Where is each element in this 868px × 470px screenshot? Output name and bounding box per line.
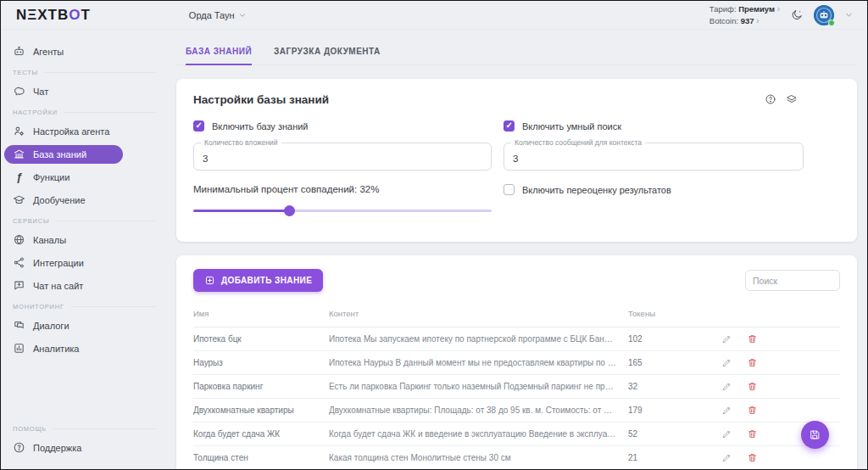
delete-icon[interactable] (747, 428, 758, 439)
table-row: Наурыз Ипотека Наурыз В данный момент мы… (193, 351, 840, 375)
sidebar-item-label: Интеграции (33, 258, 84, 268)
workspace-selector[interactable]: Орда Таун (189, 10, 247, 20)
botcoin-link[interactable]: Botcoin: 937 › (709, 15, 780, 27)
attachments-field: Количество вложений (193, 143, 492, 171)
row-tokens: 102 (628, 334, 721, 344)
main-content: БАЗА ЗНАНИЙ ЗАГРУЗКА ДОКУМЕНТА Настройки… (166, 30, 867, 469)
edit-icon[interactable] (721, 405, 732, 416)
sidebar-item-label: Поддержка (33, 443, 81, 453)
sidebar-item-analytics[interactable]: Аналитика (4, 339, 123, 358)
context-messages-input[interactable] (504, 143, 803, 170)
sidebar-item-chat[interactable]: Чат (4, 82, 123, 101)
tab-document-upload[interactable]: ЗАГРУЗКА ДОКУМЕНТА (274, 47, 381, 64)
chevron-right-icon: › (756, 16, 759, 25)
help-icon[interactable] (765, 93, 776, 105)
smart-search-checkbox[interactable] (504, 120, 515, 131)
table-row: Толщина стен Какая толщина стен Монолитн… (193, 446, 840, 470)
plus-square-icon (204, 275, 215, 286)
share-icon (13, 256, 25, 269)
slider-thumb[interactable] (284, 205, 295, 216)
person-gear-icon (13, 125, 25, 137)
col-header-content: Контент (329, 309, 628, 318)
question-circle-icon (13, 441, 25, 454)
edit-icon[interactable] (721, 333, 732, 344)
col-header-name: Имя (193, 309, 329, 318)
table-row: Когда будет сдача ЖК Когда будет сдача Ж… (193, 422, 840, 446)
row-content: Ипотека Наурыз В данный момент мы не пре… (329, 358, 628, 367)
enable-kb-row: Включить базу знаний (193, 120, 492, 131)
page-title: Настройки базы знаний (193, 93, 840, 106)
row-name: Парковка паркинг (193, 382, 329, 391)
bank-icon (13, 148, 25, 160)
chevron-down-icon (238, 11, 247, 20)
sidebar-item-label: Чат на сайт (33, 281, 83, 291)
chat-plus-icon (13, 279, 25, 292)
graduation-cap-icon (13, 193, 25, 206)
sidebar-item-label: Агенты (33, 47, 64, 57)
user-avatar[interactable] (814, 5, 834, 25)
logo-text: T (81, 7, 90, 24)
sidebar: Агенты ТЕСТЫ Чат НАСТРОЙКИ Настройка аге… (1, 30, 166, 469)
edit-icon[interactable] (721, 428, 732, 439)
tariff-link[interactable]: Тариф: Премиум › (709, 3, 780, 15)
row-name: Ипотека бцк (193, 334, 329, 344)
logo-text: XTB (37, 7, 69, 24)
save-fab-button[interactable] (801, 421, 829, 449)
top-header: NΞXTBOT Орда Таун Тариф: Премиум › Botco… (1, 1, 867, 30)
rerank-label: Включить переоценку результатов (522, 185, 671, 195)
botcoin-label: Botcoin: (709, 16, 738, 25)
attachments-input[interactable] (194, 143, 491, 170)
sidebar-item-training[interactable]: Дообучение (4, 191, 123, 210)
kb-settings-card: Настройки базы знаний Включить базу знан… (176, 79, 857, 242)
dark-mode-toggle[interactable] (790, 8, 804, 22)
edit-icon[interactable] (721, 452, 732, 463)
table-header: Имя Контент Токены (193, 305, 840, 327)
sidebar-item-label: База знаний (33, 149, 86, 159)
smart-search-row: Включить умный поиск (504, 120, 804, 131)
delete-icon[interactable] (747, 333, 758, 344)
table-body: Ипотека бцк Ипотека Мы запускаем ипотеку… (193, 327, 840, 470)
delete-icon[interactable] (747, 357, 758, 368)
sidebar-item-agents[interactable]: Агенты (4, 42, 123, 61)
account-menu-chevron[interactable] (844, 10, 854, 20)
enable-kb-label: Включить базу знаний (212, 121, 309, 131)
sidebar-item-functions[interactable]: ƒ Функции (4, 168, 123, 187)
sidebar-item-knowledge-base[interactable]: База знаний (4, 145, 123, 164)
slider-fill (193, 210, 289, 212)
delete-icon[interactable] (747, 452, 758, 463)
row-content: Ипотека Мы запускаем ипотеку по партнерс… (329, 334, 628, 344)
rerank-row: Включить переоценку результатов (504, 184, 804, 195)
sidebar-item-channels[interactable]: Каналы (4, 231, 123, 249)
table-row: Парковка паркинг Есть ли парковка Паркин… (193, 375, 840, 399)
add-knowledge-label: ДОБАВИТЬ ЗНАНИЕ (221, 276, 312, 285)
delete-icon[interactable] (747, 381, 758, 392)
table-row: Двухкомнатные квартиры Двухкомнатные ква… (193, 399, 840, 422)
robot-icon (13, 45, 25, 58)
chat-bubble-icon (13, 85, 25, 98)
sidebar-item-label: Функции (33, 172, 70, 182)
attachments-field-label: Количество вложений (201, 138, 281, 147)
sidebar-item-agent-setup[interactable]: Настройка агента (4, 122, 123, 141)
enable-kb-checkbox[interactable] (193, 120, 204, 131)
search-input[interactable] (745, 270, 840, 291)
tab-knowledge-base[interactable]: БАЗА ЗНАНИЙ (186, 47, 252, 65)
rerank-checkbox[interactable] (504, 184, 515, 195)
sidebar-item-dialogs[interactable]: Диалоги (4, 316, 123, 335)
sidebar-item-integrations[interactable]: Интеграции (4, 254, 123, 272)
delete-icon[interactable] (747, 405, 758, 416)
add-knowledge-button[interactable]: ДОБАВИТЬ ЗНАНИЕ (193, 269, 323, 292)
chevron-down-icon (844, 10, 854, 20)
layers-icon[interactable] (786, 93, 798, 105)
row-tokens: 165 (628, 358, 721, 367)
row-content: Когда будет сдача ЖК и введение в эксплу… (329, 429, 628, 439)
row-name: Двухкомнатные квартиры (193, 406, 329, 415)
edit-icon[interactable] (721, 381, 732, 392)
row-name: Наурыз (193, 358, 329, 367)
min-match-slider[interactable] (193, 205, 492, 216)
sidebar-item-support[interactable]: Поддержка (4, 439, 123, 457)
tab-bar: БАЗА ЗНАНИЙ ЗАГРУЗКА ДОКУМЕНТА (176, 30, 857, 65)
sidebar-section-help: ПОМОЩЬ (13, 422, 166, 434)
edit-icon[interactable] (721, 357, 732, 368)
sidebar-item-site-chat[interactable]: Чат на сайт (4, 277, 123, 295)
row-content: Двухкомнатные квартиры: Площадь: от 38 д… (329, 406, 628, 415)
